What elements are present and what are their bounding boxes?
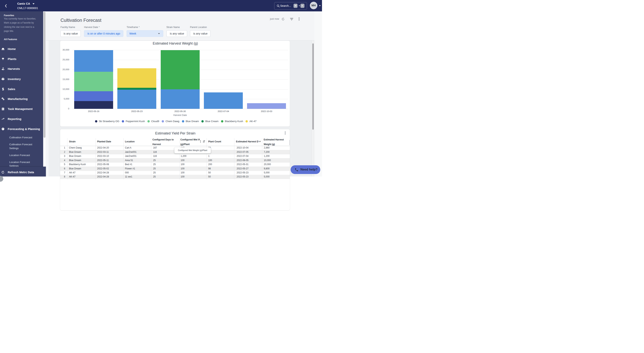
svg-text:$: $ [2, 87, 4, 91]
